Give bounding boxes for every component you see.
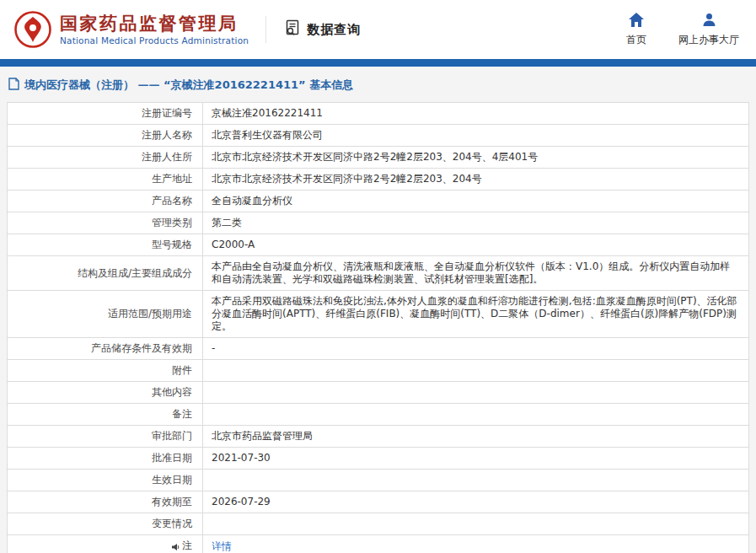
field-label: 适用范围/预期用途 — [8, 291, 203, 338]
note-label-cell: 注 — [8, 535, 203, 553]
field-value: 北京市北京经济技术开发区同济中路2号2幢2层203、204号 — [203, 169, 749, 191]
detail-link[interactable]: 详情 — [212, 540, 232, 552]
field-value — [203, 404, 749, 426]
table-row: 其他内容 — [8, 382, 749, 404]
field-value: 详情 — [203, 535, 749, 553]
note-icon — [171, 542, 180, 550]
section-block: 数据查询 — [283, 19, 361, 40]
field-label: 有效期至 — [8, 491, 203, 513]
table-row: 有效期至 2026-07-29 — [8, 491, 749, 513]
nav-hall-label: 网上办事大厅 — [678, 33, 739, 47]
field-label: 附件 — [8, 360, 203, 382]
table-row: 适用范围/预期用途 本产品采用双磁路磁珠法和免疫比浊法,体外对人血浆的凝血和纤溶… — [8, 291, 749, 338]
nmpa-logo-block[interactable]: 国家药品监督管理局 National Medical Products Admi… — [13, 10, 249, 49]
field-value: 2021-07-30 — [203, 448, 749, 470]
field-value: 本产品由全自动凝血分析仪、清洗液瓶和废液瓶、全自动凝血分析仪软件（版本：V1.0… — [203, 256, 749, 291]
header-accent-bar — [0, 59, 756, 67]
header-divider — [265, 16, 266, 43]
field-value: 北京市药品监督管理局 — [203, 426, 749, 448]
nmpa-emblem-icon — [13, 10, 52, 49]
field-label: 注册人名称 — [8, 125, 203, 147]
field-value — [203, 360, 749, 382]
table-row: 型号规格 C2000-A — [8, 234, 749, 256]
registration-info-table: 注册证编号 京械注准20162221411 注册人名称 北京普利生仪器有限公司 … — [7, 102, 749, 553]
site-subtitle: National Medical Products Administration — [60, 35, 249, 46]
main-content: 境内医疗器械（注册） —— “京械注准20162221411” 基本信息 注册证… — [0, 67, 756, 553]
table-row: 备注 — [8, 404, 749, 426]
document-icon — [8, 78, 19, 93]
table-row: 结构及组成/主要组成成分 本产品由全自动凝血分析仪、清洗液瓶和废液瓶、全自动凝血… — [8, 256, 749, 291]
table-row: 管理类别 第二类 — [8, 212, 749, 234]
field-value: 2026-07-29 — [203, 491, 749, 513]
field-value: C2000-A — [203, 234, 749, 256]
logo-text: 国家药品监督管理局 National Medical Products Admi… — [60, 13, 249, 46]
table-row: 注 详情 — [8, 535, 749, 553]
field-label: 生产地址 — [8, 169, 203, 191]
field-label: 产品名称 — [8, 191, 203, 212]
nav-online-hall[interactable]: 网上办事大厅 — [678, 13, 739, 47]
field-value: 京械注准20162221411 — [203, 103, 749, 125]
field-label: 生效日期 — [8, 470, 203, 491]
breadcrumb-text: 境内医疗器械（注册） —— “京械注准20162221411” 基本信息 — [24, 78, 353, 93]
field-label: 审批部门 — [8, 426, 203, 448]
header: 国家药品监督管理局 National Medical Products Admi… — [0, 0, 756, 59]
field-value: 本产品采用双磁路磁珠法和免疫比浊法,体外对人血浆的凝血和纤溶功能进行检测,包括:… — [203, 291, 749, 338]
field-label: 批准日期 — [8, 448, 203, 470]
table-row: 产品名称 全自动凝血分析仪 — [8, 191, 749, 212]
user-icon — [702, 13, 716, 30]
field-value: 第二类 — [203, 212, 749, 234]
section-title: 数据查询 — [307, 22, 361, 38]
table-row: 变更情况 — [8, 513, 749, 535]
field-value — [203, 470, 749, 491]
field-label: 结构及组成/主要组成成分 — [8, 256, 203, 291]
table-row: 生产地址 北京市北京经济技术开发区同济中路2号2幢2层203、204号 — [8, 169, 749, 191]
table-row: 生效日期 — [8, 470, 749, 491]
field-value — [203, 513, 749, 535]
field-label: 变更情况 — [8, 513, 203, 535]
table-row: 附件 — [8, 360, 749, 382]
site-title: 国家药品监督管理局 — [60, 13, 249, 34]
field-value: 北京市北京经济技术开发区同济中路2号2幢2层203、204号、4层401号 — [203, 147, 749, 169]
field-label: 型号规格 — [8, 234, 203, 256]
field-label: 管理类别 — [8, 212, 203, 234]
field-label: 其他内容 — [8, 382, 203, 404]
table-row: 注册证编号 京械注准20162221411 — [8, 103, 749, 125]
home-icon — [629, 13, 644, 30]
table-row: 批准日期 2021-07-30 — [8, 448, 749, 470]
field-label: 备注 — [8, 404, 203, 426]
table-row: 审批部门 北京市药品监督管理局 — [8, 426, 749, 448]
field-label: 注 — [182, 540, 192, 552]
field-value — [203, 382, 749, 404]
field-value: 全自动凝血分析仪 — [203, 191, 749, 212]
field-value: - — [203, 338, 749, 360]
data-query-icon — [283, 19, 302, 40]
table-row: 注册人住所 北京市北京经济技术开发区同济中路2号2幢2层203、204号、4层4… — [8, 147, 749, 169]
field-label: 产品储存条件及有效期 — [8, 338, 203, 360]
table-row: 产品储存条件及有效期 - — [8, 338, 749, 360]
field-value: 北京普利生仪器有限公司 — [203, 125, 749, 147]
field-label: 注册证编号 — [8, 103, 203, 125]
breadcrumb: 境内医疗器械（注册） —— “京械注准20162221411” 基本信息 — [7, 76, 749, 102]
table-row: 注册人名称 北京普利生仪器有限公司 — [8, 125, 749, 147]
header-nav: 首页 网上办事大厅 — [619, 13, 739, 47]
nav-home[interactable]: 首页 — [619, 13, 653, 47]
nav-home-label: 首页 — [626, 33, 646, 47]
field-label: 注册人住所 — [8, 147, 203, 169]
